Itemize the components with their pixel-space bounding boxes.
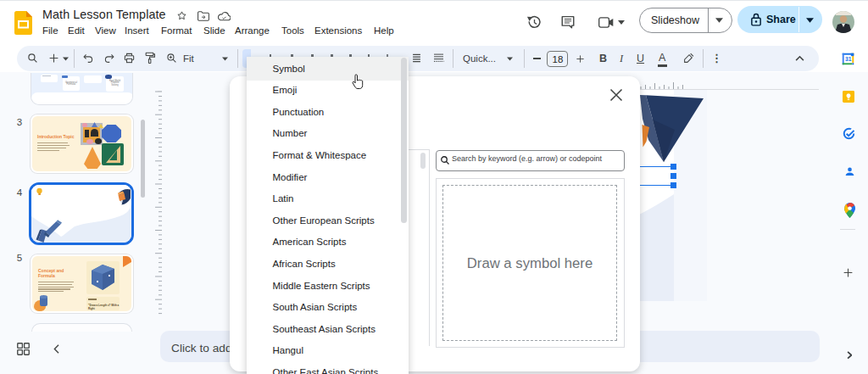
svg-text:31: 31: [845, 56, 852, 62]
